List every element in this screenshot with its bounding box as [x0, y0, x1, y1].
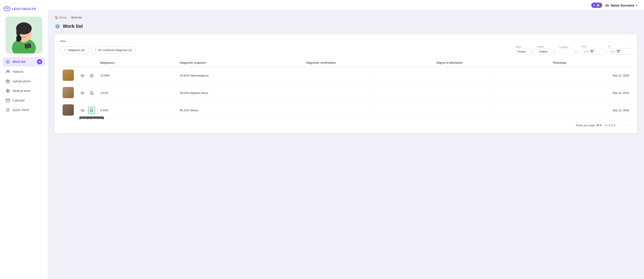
mark-reviewed-icon[interactable]: ✓	[88, 90, 95, 97]
view-icon[interactable]	[79, 72, 86, 79]
degree-of-affectation-cell: -	[434, 102, 550, 119]
diagnostic-confirmation-cell: -	[304, 102, 434, 119]
mark-reviewed-icon[interactable]: ✓	[88, 107, 95, 114]
warning-icon: ⚠	[64, 49, 66, 52]
malignant-filter-button[interactable]: ⚠ Malignant (0)	[60, 47, 88, 54]
from-date-wrap: From DD/ 📅	[582, 45, 605, 55]
rows-per-page-select[interactable]: 10 ▾	[596, 124, 602, 127]
to-date-placeholder: DD/	[610, 50, 615, 53]
sidebar-item-calendar[interactable]: Calendar	[2, 96, 45, 105]
svg-point-32	[82, 92, 83, 93]
malignancy-cell: 23.94%	[98, 67, 177, 84]
breadcrumb: 🏠 Home › Work list	[55, 16, 637, 19]
condition-filter-wrap: Condition ▾	[559, 46, 579, 54]
row-thumbnail	[60, 84, 76, 102]
svg-point-16	[7, 80, 9, 82]
table-footer: Rows per page 10 ▾ 1–3 of 3 ‹ ›	[60, 119, 632, 128]
status-filter-value: Unrevi	[518, 50, 526, 53]
home-icon: 🏠	[55, 16, 58, 19]
quick-check-icon	[6, 108, 10, 112]
main-area: 0 🔔 Dr. Name Surname ▾ 🏠 Home › Work lis…	[48, 0, 644, 279]
page-header: ⚙️ Work list	[55, 24, 637, 29]
sidebar-item-medical-team[interactable]: Medical team	[2, 87, 45, 95]
notification-button[interactable]: 0 🔔	[591, 3, 602, 8]
sidebar-item-quick-check[interactable]: Quick check	[2, 106, 45, 114]
condition-filter-label: Condition	[559, 46, 579, 49]
tooltip-wrap: ✓Mark as reviewed	[88, 107, 95, 114]
view-icon[interactable]	[79, 90, 86, 97]
view-icon[interactable]	[79, 107, 86, 114]
row-actions-cell: ✓	[76, 67, 98, 84]
malignant-filter-label: Malignant (0)	[68, 49, 85, 52]
logo[interactable]: LEGIT.HEALTH	[0, 4, 40, 14]
diagnostic-suspicion-cell: 23.62% Haemangioma	[177, 67, 304, 84]
header: 0 🔔 Dr. Name Surname ▾	[48, 0, 644, 11]
patient-filter-wrap: Patient Patien ▾	[537, 46, 557, 55]
content-area: 🏠 Home › Work list ⚙️ Work list Filter ⚠…	[48, 11, 644, 279]
from-calendar-icon: 📅	[590, 50, 594, 53]
degree-of-affectation-cell: -	[434, 67, 550, 84]
to-date-label: To	[608, 45, 632, 48]
patient-filter-value: Patien	[540, 50, 548, 53]
col-degree-of-affectation: Degree of affectation	[434, 59, 550, 67]
sidebar-item-work-list-label: Work list	[12, 60, 26, 64]
sidebar-item-medical-team-label: Medical team	[12, 89, 30, 93]
condition-chevron-icon: ▾	[576, 50, 576, 53]
notification-count: 0	[594, 4, 595, 7]
filter-label: Filter	[60, 40, 632, 43]
from-date-input[interactable]: DD/ 📅	[582, 48, 605, 55]
page-settings-icon: ⚙️	[55, 24, 60, 29]
diagnostic-suspicion-cell: 95.12% Nevus	[177, 102, 304, 119]
sidebar-item-patients[interactable]: Patients	[2, 67, 45, 76]
work-list-icon	[6, 60, 10, 64]
status-filter-wrap: Status Unrevi ▾	[515, 46, 534, 55]
worklist-card: Filter ⚠ Malignant (0) ? No confirmed di…	[55, 34, 637, 133]
svg-point-9	[16, 38, 20, 42]
prev-page-button[interactable]: ‹	[619, 122, 625, 128]
sidebar-nav: Work list 45 Patients	[0, 57, 48, 114]
calendar-icon	[6, 98, 10, 103]
malignancy-cell: 3.51%	[98, 84, 177, 102]
mark-reviewed-icon[interactable]: ✓	[88, 72, 95, 79]
timestamp-cell: Sep 13, 2024	[550, 102, 632, 119]
no-diagnosis-filter-button[interactable]: ? No confirmed diagnosis (3)	[91, 47, 136, 54]
timestamp-cell: Sep 13, 2024	[550, 67, 632, 84]
row-thumbnail	[60, 67, 76, 84]
diagnostic-confirmation-cell: -	[304, 84, 434, 102]
sidebar-item-patients-label: Patients	[12, 70, 24, 74]
pagination-info: 1–3 of 3	[605, 124, 615, 127]
breadcrumb-home[interactable]: 🏠 Home	[55, 16, 67, 19]
user-name: Dr. Name Surname	[606, 4, 634, 7]
status-filter-select[interactable]: Unrevi ▾	[515, 49, 534, 55]
filter-select-group: Status Unrevi ▾ Patient Patien ▾	[515, 45, 632, 55]
svg-rect-17	[6, 80, 10, 83]
col-diagnostic-confirmation: Diagnostic confirmation	[304, 59, 434, 67]
rows-per-page-value: 10	[596, 124, 599, 127]
patient-filter-select[interactable]: Patien ▾	[537, 49, 557, 55]
patients-icon	[6, 70, 10, 74]
user-menu[interactable]: Dr. Name Surname ▾	[606, 4, 637, 7]
col-malignancy[interactable]: Malignancy ↓	[98, 59, 177, 67]
col-timestamp: Timestamp	[550, 59, 632, 67]
sidebar-item-work-list[interactable]: Work list 45	[2, 57, 45, 67]
pagination-buttons: ‹ ›	[619, 122, 632, 128]
sidebar-item-upload-photo[interactable]: Upload photo	[2, 77, 45, 86]
svg-point-7	[16, 28, 21, 36]
sidebar-item-calendar-label: Calendar	[12, 99, 25, 102]
next-page-button[interactable]: ›	[626, 122, 632, 128]
table-row: ✓23.94%23.62% Haemangioma--Sep 13, 2024	[60, 67, 632, 84]
svg-text:✓: ✓	[92, 93, 93, 95]
medical-team-icon	[6, 89, 10, 93]
status-filter-label: Status	[515, 46, 534, 48]
condition-filter-select[interactable]: ▾	[559, 49, 579, 54]
logo-icon	[4, 5, 10, 12]
breadcrumb-current: Work list	[71, 16, 82, 19]
col-image	[60, 59, 76, 67]
svg-rect-19	[6, 99, 10, 102]
to-date-input[interactable]: DD/ 📅	[608, 48, 632, 55]
filter-row: ⚠ Malignant (0) ? No confirmed diagnosis…	[60, 45, 632, 55]
thumbnail-image	[62, 70, 74, 81]
svg-text:✓: ✓	[92, 111, 93, 112]
svg-point-15	[8, 70, 9, 72]
avatar	[6, 17, 42, 54]
